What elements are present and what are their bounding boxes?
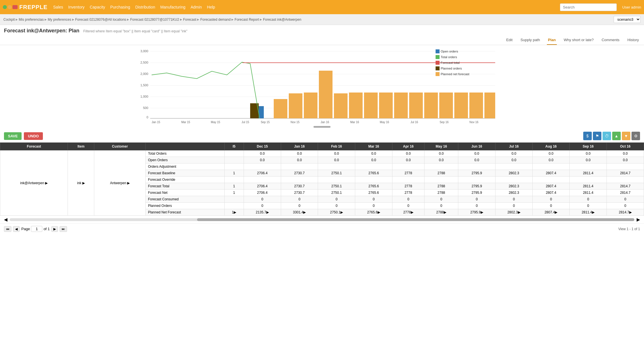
tab-edit[interactable]: Edit <box>505 35 514 45</box>
cell-feb16-total-orders[interactable]: 0.0 <box>318 150 355 157</box>
breadcrumb-forecast-all[interactable]: Forecast 02128076@All locations <box>75 18 126 22</box>
flag-icon-button[interactable]: ⚑ <box>593 132 601 140</box>
cell-aug16-open-orders[interactable]: 0.0 <box>532 157 570 163</box>
svg-text:Open orders: Open orders <box>441 50 458 53</box>
scenario-select[interactable]: scenario3 <box>614 16 641 23</box>
cell-jun16-total-orders[interactable]: 0.0 <box>458 150 495 157</box>
page-next-button[interactable]: ▶ <box>51 226 58 232</box>
breadcrumb-sep-6: ▶ <box>197 18 199 21</box>
table-header-row: Forecast Item Customer I5 Dec 15 Jan 16 … <box>0 143 644 150</box>
chart-container: 3,000 2,500 2,000 1,500 1,000 500 0 <box>0 45 644 129</box>
cell-customer-name[interactable]: Antwerpen ▶ <box>94 150 146 216</box>
cell-jul16-total-orders[interactable]: 0.0 <box>495 150 532 157</box>
tab-history[interactable]: History <box>626 35 640 45</box>
dollar-icon-button[interactable]: $ <box>583 132 592 140</box>
breadcrumb-forecast-report[interactable]: Forecast Report <box>235 18 259 22</box>
cell-aug16-total-orders[interactable]: 0.0 <box>532 150 570 157</box>
cell-may16-total-orders[interactable]: 0.0 <box>425 150 458 157</box>
cell-label-forecast-total: Forecast Total <box>146 183 224 190</box>
svg-text:Mar 15: Mar 15 <box>181 121 190 124</box>
undo-button[interactable]: UNDO <box>24 132 43 140</box>
nav-admin[interactable]: Admin <box>191 5 202 9</box>
breadcrumb-mis-pref[interactable]: Mis preferencias <box>19 18 44 22</box>
tab-comments[interactable]: Comments <box>601 35 621 45</box>
page-prev-button[interactable]: ◀ <box>13 226 20 232</box>
svg-text:Forecast total: Forecast total <box>441 61 460 64</box>
cell-jul16-open-orders[interactable]: 0.0 <box>495 157 532 163</box>
breadcrumb-sep-7: ▶ <box>231 18 234 21</box>
scroll-track[interactable] <box>10 218 634 221</box>
svg-text:Planned net forecast: Planned net forecast <box>441 72 469 76</box>
action-icons: $ ⚑ ⏱ ▲ ▼ ⚙ <box>583 132 640 140</box>
breadcrumb-forecast-ink[interactable]: Forecast ink@Antwerpen <box>263 18 301 22</box>
breadcrumb-forecasted-demand[interactable]: Forecasted demand <box>200 18 231 22</box>
cell-feb16-open-orders[interactable]: 0.0 <box>318 157 355 163</box>
cell-dec15-open-orders[interactable]: 0.0 <box>244 157 281 163</box>
scroll-thumb[interactable] <box>197 218 634 221</box>
svg-text:2,500: 2,500 <box>140 61 148 64</box>
chart-scroll-handle[interactable] <box>313 126 331 128</box>
page-number-input[interactable] <box>31 226 42 232</box>
svg-text:Sep 16: Sep 16 <box>440 121 449 124</box>
svg-text:May 15: May 15 <box>211 121 220 124</box>
nav-capacity[interactable]: Capacity <box>90 5 105 9</box>
cell-mar16-total-orders[interactable]: 0.0 <box>355 150 392 157</box>
breadcrumb-sep-4: ▶ <box>127 18 129 21</box>
svg-text:Nov 15: Nov 15 <box>290 121 300 124</box>
page-first-button[interactable]: ⏮ <box>4 226 11 232</box>
nav-help[interactable]: Help <box>207 5 215 9</box>
cell-sep16-total-orders[interactable]: 0.0 <box>570 150 607 157</box>
breadcrumb-forecast-ku2[interactable]: Forecast 02128077@10771KU2 <box>130 18 179 22</box>
forecast-table: Forecast Item Customer I5 Dec 15 Jan 16 … <box>0 142 644 216</box>
svg-text:Nov 16: Nov 16 <box>469 121 478 124</box>
logo-dot-orange <box>8 5 12 9</box>
cell-may16-open-orders[interactable]: 0.0 <box>425 157 458 163</box>
logo[interactable]: FREPPLE <box>3 4 47 11</box>
tab-plan[interactable]: Plan <box>547 35 557 45</box>
save-button[interactable]: SAVE <box>4 132 22 140</box>
bar-pnf-feb16 <box>334 93 348 118</box>
cell-jun16-open-orders[interactable]: 0.0 <box>458 157 495 163</box>
horizontal-scroll-bar[interactable]: ◀ ▶ <box>0 216 644 223</box>
bar-pnf-apr16 <box>364 93 378 118</box>
breadcrumb-cockpit[interactable]: Cockpit <box>3 18 15 22</box>
nav-sales[interactable]: Sales <box>53 5 63 9</box>
col-header-feb16: Feb 16 <box>318 143 355 150</box>
cell-jan16-open-orders[interactable]: 0.0 <box>281 157 318 163</box>
nav-distribution[interactable]: Distribution <box>135 5 155 9</box>
up-icon-button[interactable]: ▲ <box>612 132 621 140</box>
down-icon-button[interactable]: ▼ <box>622 132 630 140</box>
cell-label-orders-adj: Orders Adjustment <box>146 163 224 170</box>
cell-sep16-open-orders[interactable]: 0.0 <box>570 157 607 163</box>
nav-inventory[interactable]: Inventory <box>68 5 85 9</box>
scroll-right-arrow[interactable]: ▶ <box>637 217 640 222</box>
breadcrumb-forecast[interactable]: Forecast <box>183 18 196 22</box>
cell-item-name[interactable]: ink ▶ <box>68 150 94 216</box>
breadcrumb-sep-8: ▶ <box>260 18 262 21</box>
cell-apr16-open-orders[interactable]: 0.0 <box>392 157 424 163</box>
tab-supply-path[interactable]: Supply path <box>519 35 541 45</box>
nav-purchasing[interactable]: Purchasing <box>110 5 130 9</box>
tab-why-short[interactable]: Why short or late? <box>563 35 595 45</box>
cell-dec15-total-orders[interactable]: 0.0 <box>244 150 281 157</box>
cell-forecast-name[interactable]: ink@Antwerpen ▶ <box>0 150 68 216</box>
svg-text:May 16: May 16 <box>380 121 389 124</box>
search-input[interactable] <box>560 3 617 11</box>
breadcrumb-sep-3: ▶ <box>72 18 74 21</box>
bar-pnf-mar16 <box>349 93 363 118</box>
nav-manufacturing[interactable]: Manufacturing <box>160 5 185 9</box>
settings-icon-button[interactable]: ⚙ <box>632 132 640 140</box>
clock-icon-button[interactable]: ⏱ <box>603 132 611 140</box>
cell-oct16-open-orders[interactable]: 0.0 <box>607 157 644 163</box>
cell-mar16-open-orders[interactable]: 0.0 <box>355 157 392 163</box>
scroll-left-arrow[interactable]: ◀ <box>4 217 7 222</box>
cell-apr16-total-orders[interactable]: 0.0 <box>392 150 424 157</box>
breadcrumb-my-pref[interactable]: My preferences <box>48 18 71 22</box>
cell-oct16-total-orders[interactable]: 0.0 <box>607 150 644 157</box>
bar-pnf-nov15 <box>289 93 302 118</box>
svg-text:500: 500 <box>143 106 148 110</box>
logo-icons <box>3 5 18 9</box>
page-last-button[interactable]: ⏭ <box>60 226 67 232</box>
cell-label-forecast-net: Forecast Net <box>146 190 224 196</box>
cell-jan16-total-orders[interactable]: 0.0 <box>281 150 318 157</box>
